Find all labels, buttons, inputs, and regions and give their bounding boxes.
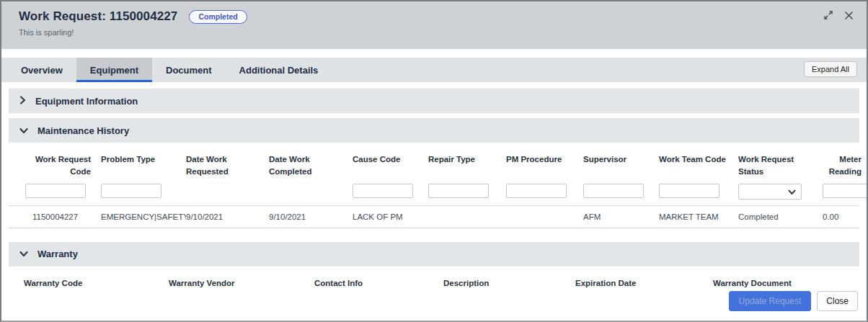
warranty-header-row: Warranty Code Warranty Vendor Contact In…: [24, 272, 859, 292]
cell-problem-type: EMERGENCY|SAFETY: [101, 206, 186, 228]
cell-work-request-status: Completed: [738, 206, 821, 228]
dialog-titlebar: Work Request: 1150004227 Completed This …: [1, 1, 867, 49]
maximize-icon[interactable]: [823, 10, 833, 20]
column-description: Description: [443, 272, 575, 292]
filter-pm-procedure[interactable]: [506, 184, 567, 198]
cell-work-team-code: MARKET TEAM: [659, 206, 738, 228]
chevron-down-icon: [19, 249, 28, 259]
column-work-request-status: Work Request Status: [738, 148, 821, 182]
header-divider: [1, 49, 867, 58]
column-warranty-code: Warranty Code: [24, 272, 169, 292]
cell-cause-code: LACK OF PM: [353, 206, 428, 228]
column-work-team-code: Work Team Code: [659, 148, 738, 182]
maintenance-history-header-row: Work Request Code Problem Type Date Work…: [25, 148, 859, 182]
column-warranty-document: Warranty Document: [713, 272, 867, 292]
filter-repair-type[interactable]: [428, 184, 489, 198]
column-date-work-requested: Date Work Requested: [186, 148, 269, 182]
cell-work-request-code: 1150004227: [25, 206, 101, 228]
maintenance-history-filter-row: [25, 182, 859, 205]
close-icon[interactable]: [844, 11, 854, 20]
expand-all-button[interactable]: Expand All: [804, 61, 857, 77]
filter-work-request-status[interactable]: [738, 184, 802, 200]
dialog-footer: Update Request Close: [1, 291, 867, 321]
section-title: Equipment Information: [35, 96, 138, 107]
cell-supervisor: AFM: [583, 206, 659, 228]
dialog-subtitle: This is sparling!: [19, 28, 849, 37]
column-meter-reading: Meter Reading: [821, 148, 867, 182]
column-problem-type: Problem Type: [101, 148, 186, 182]
column-warranty-vendor: Warranty Vendor: [169, 272, 314, 292]
filter-work-request-code[interactable]: [25, 184, 86, 198]
cell-date-work-completed: 9/10/2021: [269, 206, 353, 228]
filter-work-team-code[interactable]: [659, 184, 719, 198]
column-expiration-date: Expiration Date: [575, 272, 713, 292]
select-chevron-down-icon: [788, 185, 796, 198]
tab-content: Equipment Information Maintenance Histor…: [1, 82, 867, 291]
chevron-right-icon: [19, 96, 26, 107]
cell-pm-procedure: [506, 206, 583, 228]
column-repair-type: Repair Type: [428, 148, 506, 182]
section-maintenance-history[interactable]: Maintenance History: [9, 118, 859, 143]
close-button[interactable]: Close: [817, 291, 858, 311]
page-title: Work Request: 1150004227: [19, 9, 177, 24]
work-request-dialog: Work Request: 1150004227 Completed This …: [0, 0, 868, 322]
cell-date-work-requested: 9/10/2021: [186, 206, 269, 228]
filter-cause-code[interactable]: [353, 184, 413, 198]
cell-repair-type: [428, 206, 506, 228]
filter-problem-type[interactable]: [101, 184, 161, 198]
section-equipment-information[interactable]: Equipment Information: [9, 89, 859, 113]
maintenance-history-row[interactable]: 1150004227 EMERGENCY|SAFETY 9/10/2021 9/…: [25, 206, 859, 228]
section-title: Warranty: [37, 249, 78, 259]
tab-equipment[interactable]: Equipment: [76, 58, 152, 82]
section-warranty[interactable]: Warranty: [9, 242, 859, 267]
update-request-button[interactable]: Update Request: [729, 291, 812, 311]
tab-document[interactable]: Document: [152, 58, 226, 82]
section-title: Maintenance History: [37, 125, 129, 136]
column-supervisor: Supervisor: [583, 148, 659, 182]
column-date-work-completed: Date Work Completed: [269, 148, 353, 182]
filter-meter-reading[interactable]: [823, 184, 867, 198]
tab-overview[interactable]: Overview: [7, 58, 76, 82]
filter-supervisor[interactable]: [583, 184, 644, 198]
column-pm-procedure: PM Procedure: [506, 148, 583, 182]
column-work-request-code: Work Request Code: [25, 148, 101, 182]
tab-bar: Overview Equipment Document Additional D…: [1, 58, 867, 82]
column-cause-code: Cause Code: [353, 148, 428, 182]
status-badge: Completed: [189, 10, 247, 24]
tab-additional-details[interactable]: Additional Details: [226, 58, 332, 82]
chevron-down-icon: [19, 125, 28, 136]
column-contact-info: Contact Info: [314, 272, 443, 292]
cell-meter-reading: 0.00: [821, 206, 867, 228]
